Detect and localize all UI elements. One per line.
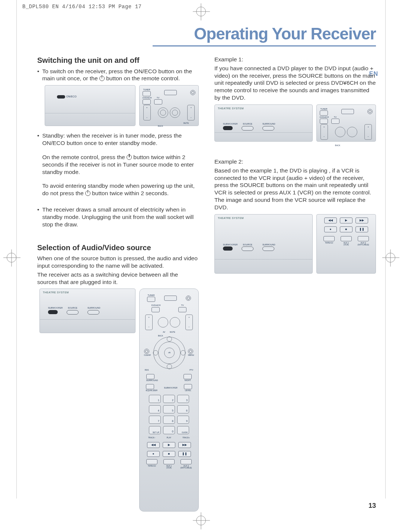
clear-label: CLEAR: [144, 354, 151, 357]
dvd6ch-button-icon: [320, 119, 328, 124]
chapter-title-underline: [153, 45, 376, 46]
aux1-label: AUX 1 (VCR): [162, 465, 176, 469]
remote-top-illustration: TUNER DVD•6CH TV +−: [139, 85, 199, 126]
tv-label: TV: [154, 97, 162, 99]
remote-transport-illustration: ◀◀ ▶ ▶▶ ● ■ ❚❚ TAPE•CD AUX 1 (VCR) A: [316, 214, 376, 274]
num-6: 6: [177, 405, 189, 413]
left-column: Switching the unit on and off • To switc…: [37, 56, 199, 518]
standby-p2a: On the remote control, press the: [42, 154, 127, 160]
surround-control: SURROUND: [87, 307, 100, 315]
dvd6ch-button-icon: [143, 99, 151, 104]
aux1-button-icon: [341, 236, 352, 241]
chapter-title: Operating Your Receiver: [194, 22, 376, 45]
rewind-button-icon: ◀◀: [324, 217, 337, 223]
on-eco-label: ON/ECO: [57, 95, 77, 99]
volume-rocker-icon: +−: [187, 105, 195, 120]
pause-button-icon: ❚❚: [355, 226, 368, 232]
power-icon: [85, 191, 90, 196]
record-button-icon: ●: [147, 451, 160, 457]
power-button-icon: [186, 296, 191, 301]
bullet-text-tail: button on the remote control.: [106, 75, 180, 81]
num-8: 8: [163, 416, 175, 424]
subwoofer-control: SUBWOOFER: [223, 244, 237, 251]
tv-button-icon: [178, 307, 186, 312]
aux2-button-icon: [358, 236, 369, 241]
display-icon: [164, 90, 177, 95]
right-column: Example 1: If you have connected a DVD p…: [214, 56, 376, 518]
figure-unit-remote-1: ON/ECO TUNER DVD•6CH TV: [45, 85, 199, 126]
bullet-switch-on: • To switch on the receiver, press the O…: [37, 68, 199, 83]
subwoofer-label: SUBWOOFER: [164, 387, 178, 389]
av-label: AV: [163, 331, 165, 333]
bullet-icon: •: [37, 132, 39, 199]
chapter-title-text: Operating Your Receiver: [194, 25, 376, 43]
aux1-button-icon: [163, 459, 175, 464]
tuner-button-icon: [320, 110, 328, 116]
tuner-button-icon: [147, 297, 155, 302]
tv-button-icon: [154, 99, 162, 104]
pause-button-icon: ❚❚: [178, 451, 191, 457]
dvd6ch-label: DVD•6CH: [320, 116, 329, 119]
down-arrow-icon: [167, 364, 172, 369]
channel-rocker-icon: +−: [145, 315, 153, 330]
content-area: Operating Your Receiver EN Switching the…: [37, 22, 376, 510]
right-arrow-icon: [181, 350, 186, 355]
back-label: BACK: [158, 335, 163, 337]
subwoofer-control: SUBWOOFER: [223, 123, 237, 130]
aux2-label: AUX 2 (SAT•CABLE): [179, 465, 194, 469]
equalizer-label: EQUALIZER: [146, 389, 157, 392]
level-label: LEVEL: [184, 389, 192, 392]
left-arrow-icon: [153, 350, 158, 355]
heading-switching: Switching the unit on and off: [37, 56, 199, 65]
rds-label: RDS: [145, 369, 149, 371]
menu-label: MENU: [188, 354, 194, 357]
mute-label: MUTE: [184, 122, 189, 124]
ok-button: ok: [164, 348, 175, 358]
aux-tapecd-button-icon: [323, 236, 335, 241]
guide-button: GUIDE: [177, 426, 189, 434]
volume-rocker-icon: +−: [185, 315, 193, 330]
numpad: 1 2 3 4 5 6 7 8 9 SET UP 0 GUIDE: [143, 395, 195, 434]
source-control: SOURCE: [242, 244, 253, 251]
tuner-label: TUNER: [143, 88, 151, 91]
clear-button-icon: [144, 349, 149, 354]
forward-button-icon: ▶▶: [178, 442, 191, 448]
example2-label: Example 2:: [214, 158, 376, 165]
remote-full-illustration: TUNER DVD•6CH TV +−: [139, 288, 199, 512]
source-control: SOURCE: [242, 123, 253, 130]
tv-label: TV: [178, 304, 186, 307]
display-icon: [341, 109, 354, 114]
channel-rocker-icon: +−: [143, 105, 151, 120]
registration-mark-icon: [386, 253, 395, 262]
power-button-icon: [190, 90, 195, 95]
dvd6ch-label: DVD•6CH: [143, 97, 152, 99]
dvd6ch-label: DVD•6CH: [151, 304, 161, 307]
record-button-icon: ●: [324, 226, 337, 232]
aux2-button-icon: [181, 459, 192, 464]
volume-rocker-icon: +−: [364, 124, 372, 140]
bullet-icon: •: [37, 206, 39, 228]
nav-circle-icon: [170, 317, 180, 328]
source-control: SOURCE: [67, 307, 79, 315]
night-button-icon: [184, 374, 192, 379]
subwoofer-control: SUBWOOFER: [48, 307, 63, 314]
num-3: 3: [177, 395, 189, 403]
nav-circle-icon: [335, 127, 345, 137]
nav-circle-icon: [347, 127, 357, 137]
power-icon: [99, 76, 105, 81]
power-button-icon: [367, 109, 373, 114]
rewind-button-icon: ◀◀: [147, 442, 160, 448]
nav-circle-icon: [170, 107, 180, 118]
tuner-label: TUNER: [320, 108, 328, 110]
figure-unit-remote-full: THEATRE SYSTEM SUBWOOFER SOURCE SURROUND…: [39, 288, 199, 512]
stop-button-icon: ■: [340, 226, 352, 232]
night-label: NIGHT: [184, 379, 192, 382]
tuner-label: TUNER: [147, 294, 155, 297]
num-2: 2: [163, 395, 175, 403]
selection-p2: The receiver acts as a switching device …: [37, 271, 199, 286]
figure-example1: THEATRE SYSTEM SUBWOOFER SOURCE SURROUND…: [214, 104, 376, 142]
page-number: 13: [368, 502, 376, 510]
mute-label: MUTE: [170, 331, 175, 333]
forward-button-icon: ▶▶: [355, 217, 368, 223]
surround-label: SURROUND: [146, 379, 158, 382]
